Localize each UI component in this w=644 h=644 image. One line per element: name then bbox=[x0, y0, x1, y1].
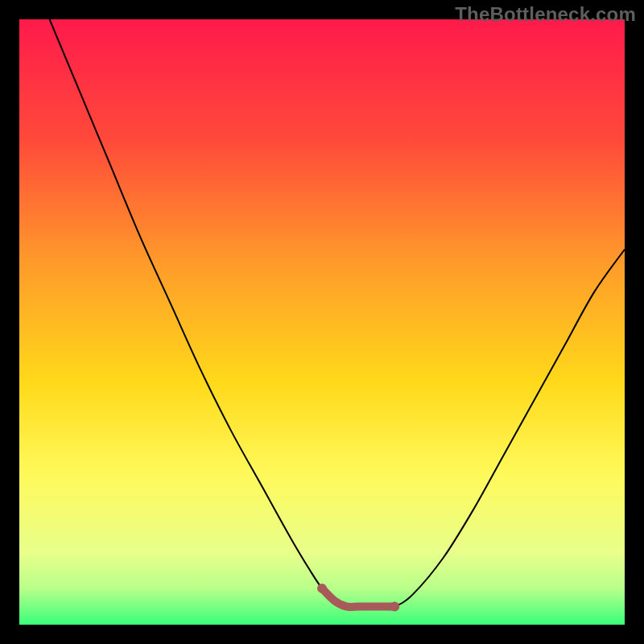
curve-layer bbox=[19, 19, 625, 625]
chart-frame: TheBottleneck.com bbox=[0, 0, 644, 644]
bottleneck-curve bbox=[50, 19, 625, 608]
svg-point-2 bbox=[390, 601, 399, 611]
watermark-text: TheBottleneck.com bbox=[455, 3, 636, 26]
plot-area bbox=[19, 19, 625, 625]
svg-point-1 bbox=[317, 584, 327, 593]
optimal-highlight bbox=[322, 588, 394, 607]
